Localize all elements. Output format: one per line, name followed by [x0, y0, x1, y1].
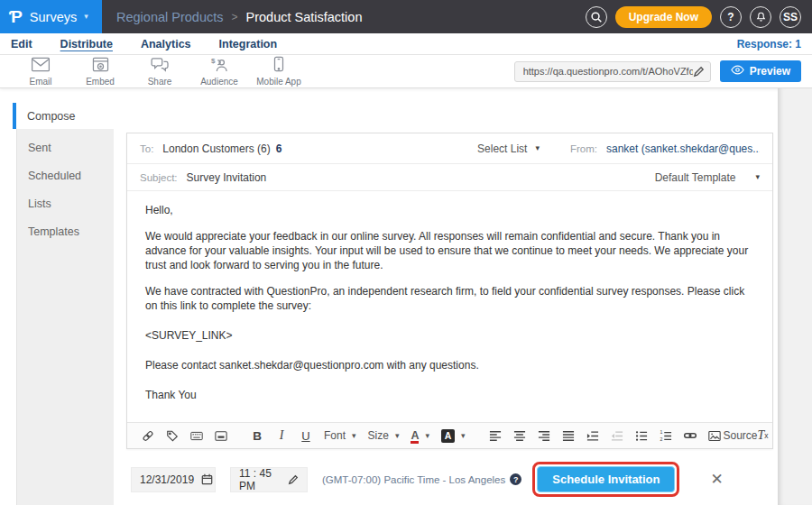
sidebar-item-compose[interactable]: Compose — [13, 103, 114, 129]
survey-link-group: Preview — [514, 60, 801, 82]
size-label: Size — [368, 429, 389, 442]
edit-url-pencil-icon[interactable] — [693, 66, 705, 78]
schedule-time-value: 11 : 45 PM — [239, 467, 281, 492]
body-paragraph: We would appreciate your feedback in our… — [145, 229, 754, 272]
schedule-date-input[interactable]: 12/31/2019 — [131, 467, 216, 492]
bold-button[interactable]: B — [251, 429, 263, 443]
tab-integration[interactable]: Integration — [219, 38, 278, 50]
align-center-icon[interactable] — [513, 430, 526, 442]
remove-format-icon[interactable]: Tx — [757, 428, 770, 443]
breadcrumb-parent[interactable]: Regional Products — [116, 10, 224, 24]
compose-email-card: To: London Customers (6) 6 Select List ▾… — [126, 133, 773, 449]
annotation-highlight-ring: Schedule Invitation — [532, 462, 679, 497]
channel-mobile-app[interactable]: Mobile App — [249, 56, 309, 87]
notifications-bell-icon[interactable] — [750, 6, 771, 28]
keyboard-icon[interactable] — [190, 430, 203, 442]
button-widget-icon[interactable] — [215, 430, 227, 442]
body-paragraph: Thank You — [145, 388, 754, 402]
mobile-icon — [273, 56, 284, 76]
sidebar-item-scheduled[interactable]: Scheduled — [17, 161, 114, 189]
chevron-down-icon: ▾ — [755, 173, 760, 181]
bullet-list-icon[interactable] — [635, 430, 648, 442]
to-recipients-value[interactable]: London Customers (6) — [162, 142, 270, 155]
sidebar-item-lists[interactable]: Lists — [17, 189, 114, 217]
channel-share[interactable]: Share — [130, 57, 189, 87]
share-icon — [151, 57, 170, 76]
subject-label: Subject: — [140, 172, 178, 183]
insert-image-icon[interactable] — [708, 430, 721, 442]
select-list-dropdown[interactable]: Select List ▾ — [477, 142, 540, 155]
email-body-editor[interactable]: Hello, We would appreciate your feedback… — [127, 191, 772, 422]
underline-button[interactable]: U — [300, 429, 312, 443]
search-icon[interactable] — [586, 6, 607, 28]
sidebar-item-sent[interactable]: Sent — [17, 133, 114, 161]
from-sender-value[interactable]: sanket (sanket.shekdar@ques... — [606, 142, 760, 155]
section-nav: Edit Distribute Analytics Integration Re… — [0, 33, 812, 55]
tab-edit[interactable]: Edit — [11, 38, 32, 50]
chevron-down-icon: ▾ — [84, 13, 88, 21]
page: Ƥ Surveys ▾ Regional Products > Product … — [0, 0, 812, 505]
channel-email[interactable]: Email — [11, 57, 70, 87]
user-avatar[interactable]: SS — [780, 6, 801, 28]
text-color-button[interactable]: A ▾ — [411, 429, 429, 443]
template-dropdown[interactable]: Default Template ▾ — [655, 171, 760, 184]
envelope-icon — [31, 57, 51, 76]
timezone-label: (GMT-07:00) Pacific Time - Los Angeles ? — [322, 473, 521, 485]
recipient-count-badge: 6 — [276, 142, 282, 155]
subject-value[interactable]: Survey Invitation — [187, 171, 267, 184]
remove-format-x: x — [764, 431, 768, 440]
tag-icon[interactable] — [166, 429, 179, 443]
align-justify-icon[interactable] — [562, 430, 575, 442]
schedule-time-input[interactable]: 11 : 45 PM — [230, 467, 308, 492]
preview-button[interactable]: Preview — [720, 60, 801, 82]
channel-label: Audience — [200, 77, 238, 87]
source-button[interactable]: Source — [733, 429, 745, 442]
chevron-down-icon: ▾ — [535, 144, 540, 152]
select-list-label: Select List — [477, 142, 527, 155]
italic-button[interactable]: I — [275, 428, 288, 443]
body-paragraph: We have contracted with QuestionPro, an … — [145, 284, 754, 313]
indent-decrease-icon[interactable] — [611, 430, 623, 442]
font-label: Font — [324, 429, 346, 442]
timezone-help-icon[interactable]: ? — [510, 473, 521, 485]
channel-audience[interactable]: $ Audience — [189, 57, 249, 87]
breadcrumb-current: Product Satisfaction — [246, 10, 363, 24]
body-survey-link-token: <SURVEY_LINK> — [145, 328, 754, 343]
sidebar-item-templates[interactable]: Templates — [17, 217, 114, 245]
font-family-dropdown[interactable]: Font ▾ — [324, 429, 356, 442]
top-header: Ƥ Surveys ▾ Regional Products > Product … — [0, 0, 812, 33]
insert-link-icon[interactable] — [142, 429, 154, 443]
channel-label: Embed — [86, 77, 115, 87]
breadcrumb: Regional Products > Product Satisfaction — [116, 10, 362, 24]
indent-increase-icon[interactable] — [586, 430, 599, 442]
body-paragraph: Please contact sanket.shekdar@questionpr… — [145, 358, 754, 372]
font-size-dropdown[interactable]: Size ▾ — [368, 429, 400, 442]
subject-row: Subject: Survey Invitation Default Templ… — [127, 164, 772, 191]
survey-url-field[interactable] — [514, 61, 711, 82]
tab-distribute[interactable]: Distribute — [60, 38, 113, 50]
text-color-icon: A — [411, 429, 419, 443]
schedule-invitation-button[interactable]: Schedule Invitation — [537, 466, 675, 492]
chevron-down-icon: ▾ — [395, 432, 400, 440]
align-left-icon[interactable] — [489, 430, 502, 442]
hyperlink-icon[interactable] — [684, 429, 697, 442]
channel-label: Share — [148, 77, 172, 87]
upgrade-now-button[interactable]: Upgrade Now — [615, 6, 712, 28]
help-icon[interactable]: ? — [720, 6, 742, 28]
align-right-icon[interactable] — [538, 430, 550, 442]
compose-sidebar: Sent Scheduled Lists Templates — [16, 129, 114, 505]
template-label: Default Template — [655, 171, 736, 184]
background-color-button[interactable]: A ▾ — [441, 429, 466, 443]
product-switcher[interactable]: Ƥ Surveys ▾ — [0, 0, 102, 33]
close-icon[interactable]: ✕ — [710, 470, 723, 489]
edit-time-pencil-icon — [288, 474, 299, 485]
numbered-list-icon[interactable]: 12 — [660, 430, 672, 442]
svg-text:2: 2 — [660, 436, 662, 441]
response-count[interactable]: Response: 1 — [737, 38, 801, 50]
rich-text-toolbar: B I U Font ▾ Size ▾ A ▾ A ▾ — [127, 422, 772, 448]
channel-embed[interactable]: Embed — [70, 57, 130, 87]
survey-url-input[interactable] — [523, 66, 693, 77]
tab-analytics[interactable]: Analytics — [141, 38, 191, 50]
preview-label: Preview — [750, 65, 790, 78]
product-name: Surveys — [30, 10, 77, 24]
